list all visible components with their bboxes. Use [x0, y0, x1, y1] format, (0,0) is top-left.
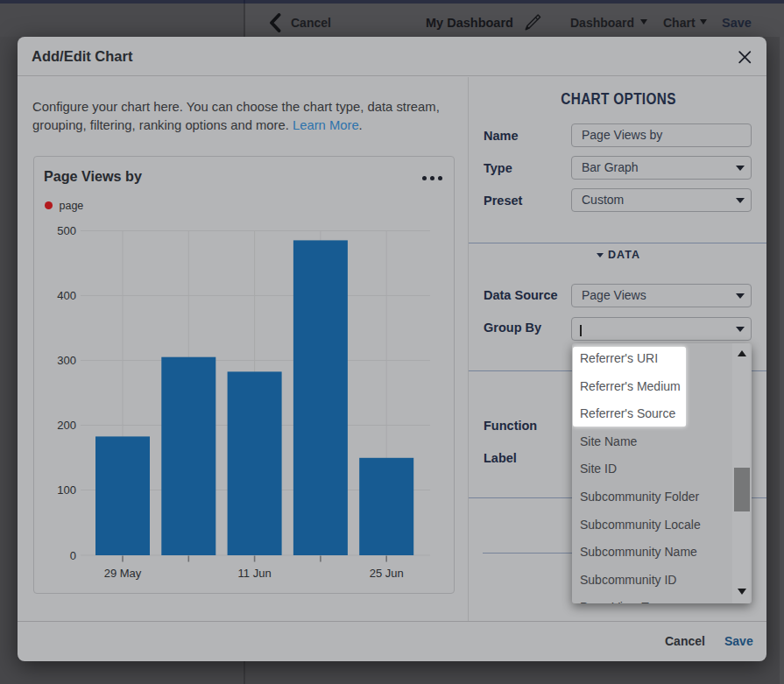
svg-text:200: 200 [57, 419, 76, 432]
svg-text:25 Jun: 25 Jun [369, 567, 403, 580]
svg-text:400: 400 [57, 289, 76, 302]
svg-text:0: 0 [69, 549, 75, 562]
svg-text:500: 500 [57, 224, 76, 237]
svg-text:29 May: 29 May [103, 567, 141, 580]
svg-text:300: 300 [57, 354, 76, 367]
svg-text:11 Jun: 11 Jun [237, 567, 271, 580]
svg-text:100: 100 [57, 483, 76, 497]
